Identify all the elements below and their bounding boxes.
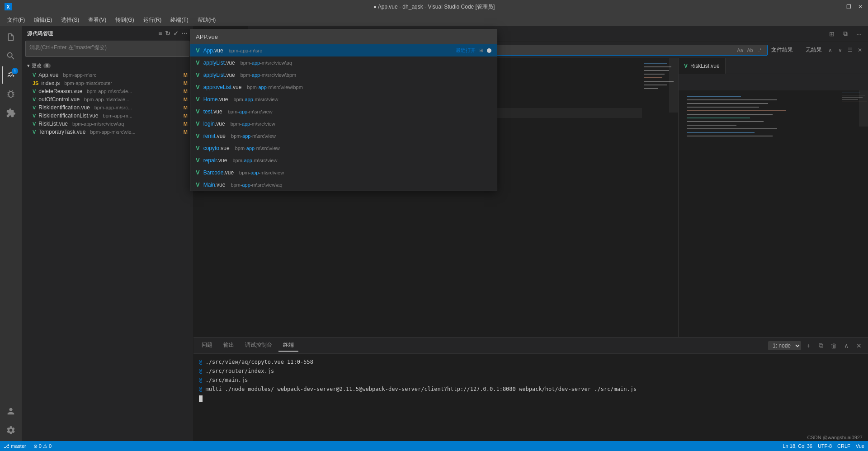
close-find-button[interactable]: ✕	[855, 46, 864, 55]
changes-label: 更改	[32, 62, 42, 69]
file-item-riskidlist[interactable]: V RiskIdentificationList.vue bpm-app-m..…	[22, 112, 193, 120]
activity-files[interactable]	[2, 28, 20, 46]
split-terminal-button[interactable]: ⧉	[816, 340, 826, 351]
split-icon[interactable]: ⊞	[479, 47, 483, 53]
file-item-appvue[interactable]: V App.vue bpm-app-m\src M	[22, 71, 193, 79]
quick-open-item-remit[interactable]: V remit.vue bpm-app-m\src\view	[193, 130, 497, 142]
close-button[interactable]: ✕	[857, 4, 863, 10]
qo-filename: copyto.vue	[203, 145, 230, 151]
menu-goto[interactable]: 转到(G)	[112, 15, 137, 25]
vue-icon: V	[196, 157, 200, 164]
menu-file[interactable]: 文件(F)	[4, 15, 28, 25]
terminal-select[interactable]: 1: node	[768, 341, 801, 350]
sidebar-action-more[interactable]: ···	[182, 30, 188, 37]
vue-icon: V	[196, 108, 200, 115]
vue-icon: V	[196, 71, 200, 78]
match-word-button[interactable]: Ab	[745, 46, 755, 55]
quick-open-item-copyto[interactable]: V copyto.vue bpm-app-m\src\view	[193, 142, 497, 154]
second-code-area[interactable]	[679, 90, 841, 337]
minimize-button[interactable]: ─	[834, 4, 840, 10]
qo-path: bpm-app-m\src\view	[239, 170, 491, 175]
quick-open-item-applylist-aq[interactable]: V applyList.vue bpm-app-m\src\view\aq	[193, 56, 497, 69]
regex-button[interactable]: .*	[755, 46, 764, 55]
file-path: bpm-app-m\src\vie...	[87, 89, 132, 94]
activity-source-control[interactable]: 1	[2, 66, 20, 84]
next-result-button[interactable]: ∨	[835, 46, 844, 55]
changes-section-header[interactable]: ▾ 更改 8	[22, 61, 193, 71]
quick-open-item-approvelist[interactable]: V approveList.vue bpm-app-m\src\view\bpm	[193, 81, 497, 93]
menu-terminal[interactable]: 终端(T)	[167, 15, 192, 25]
more-actions-button[interactable]: ···	[854, 28, 864, 39]
menu-help[interactable]: 帮助(H)	[194, 15, 220, 25]
svg-rect-9	[669, 58, 678, 113]
svg-rect-29	[859, 90, 868, 127]
activity-debug[interactable]	[2, 85, 20, 103]
maximize-button[interactable]: ❐	[845, 4, 852, 10]
qo-path: bpm-app-m\src\view	[231, 133, 491, 139]
git-branch[interactable]: ⎇ master	[4, 443, 26, 449]
quick-open-input[interactable]	[193, 30, 497, 44]
quick-open-item-test[interactable]: V test.vue bpm-app-m\src\view	[193, 105, 497, 117]
errors-count[interactable]: ⊗ 0 ⚠ 0	[33, 443, 52, 449]
toggle-panel-button[interactable]: ⊞	[826, 28, 837, 39]
menu-edit[interactable]: 编辑(E)	[30, 15, 56, 25]
vue-icon: V	[196, 132, 200, 139]
quick-open-item-appvue[interactable]: V App.vue bpm-app-m\src 最近打开 ⊞	[193, 44, 497, 56]
menu-select[interactable]: 选择(S)	[57, 15, 83, 25]
maximize-panel-button[interactable]: ∧	[841, 340, 852, 351]
qo-path: bpm-app-m\src\view	[228, 109, 491, 114]
terminal-line-1: @ ./src/view/aq/copyto.vue 11:0-558	[199, 357, 863, 366]
tab-risklist[interactable]: V RiskList.vue	[679, 58, 726, 74]
panel-tab-debug[interactable]: 调试控制台	[241, 339, 277, 352]
terminal-line-4: @ multi ./node_modules/_webpack-dev-serv…	[199, 385, 863, 394]
prev-result-button[interactable]: ∧	[826, 46, 835, 55]
quick-open-item-home[interactable]: V Home.vue bpm-app-m\src\view	[193, 93, 497, 105]
file-item-indexjs[interactable]: JS index.js bpm-app-m\src\router M	[22, 79, 193, 87]
file-item-deletereason[interactable]: V deleteReason.vue bpm-app-m\src\vie... …	[22, 87, 193, 95]
menu-view[interactable]: 查看(V)	[85, 15, 110, 25]
activity-settings[interactable]	[2, 421, 20, 439]
split-editor-button[interactable]: ⧉	[840, 28, 851, 39]
qo-path: bpm-app-m\src\view\bpm	[241, 72, 491, 78]
sidebar-action-refresh[interactable]: ↻	[165, 30, 171, 37]
activity-search[interactable]	[2, 47, 20, 65]
quick-open-item-barcode[interactable]: V Barcode.vue bpm-app-m\src\view	[193, 166, 497, 179]
close-panel-button[interactable]: ✕	[854, 340, 864, 351]
activity-account[interactable]	[2, 402, 20, 420]
file-name: App.vue	[38, 72, 58, 78]
file-list: V App.vue bpm-app-m\src M JS index.js bp…	[22, 71, 193, 441]
qo-path: bpm-app-m\src\view	[235, 146, 491, 151]
commit-message-input[interactable]: 消息(Ctrl+Enter 在"master"提交)	[25, 41, 189, 57]
panel-tab-output[interactable]: 输出	[219, 339, 239, 352]
match-case-button[interactable]: Aa	[736, 46, 745, 55]
file-name: index.js	[41, 80, 60, 86]
status-bar: ⎇ master ⊗ 0 ⚠ 0 Ln 18, Col 36 UTF-8 CRL…	[0, 441, 868, 451]
file-item-riskid[interactable]: V RiskIdentification.vue bpm-app-m\src..…	[22, 103, 193, 112]
sidebar-action-checklist[interactable]: ≡	[158, 30, 162, 37]
panel-tab-problems[interactable]: 问题	[197, 339, 217, 352]
line-col-info[interactable]: Ln 18, Col 36	[783, 443, 812, 449]
quick-open-item-applylist-bpm[interactable]: V applyList.vue bpm-app-m\src\view\bpm	[193, 69, 497, 81]
sidebar-action-commit[interactable]: ✓	[173, 30, 179, 37]
tab-vue-icon: V	[684, 63, 688, 69]
quick-open-item-login[interactable]: V login.vue bpm-app-m\src\view	[193, 117, 497, 130]
second-editor-body	[679, 90, 868, 337]
add-terminal-button[interactable]: +	[803, 340, 814, 351]
file-item-risklist[interactable]: V RiskList.vue bpm-app-m\src\view\aq M	[22, 120, 193, 128]
terminal-content[interactable]: @ ./src/view/aq/copyto.vue 11:0-558 @ ./…	[193, 354, 868, 434]
select-all-button[interactable]: ☰	[845, 46, 854, 55]
file-item-temporarytask[interactable]: V TemporaryTask.vue bpm-app-m\src\vie...…	[22, 128, 193, 136]
quick-open-item-main[interactable]: V Main.vue bpm-app-m\src\view\aq	[193, 179, 497, 191]
quick-open-item-repair[interactable]: V repair.vue bpm-app-m\src\view	[193, 154, 497, 166]
eol-info[interactable]: CRLF	[837, 443, 850, 449]
file-status: M	[184, 113, 188, 118]
file-name: TemporaryTask.vue	[38, 129, 85, 135]
kill-terminal-button[interactable]: 🗑	[828, 340, 839, 351]
menu-run[interactable]: 运行(R)	[140, 15, 165, 25]
language-info[interactable]: Vue	[856, 443, 864, 449]
file-item-outofcontrol[interactable]: V outOfControl.vue bpm-app-m\src\vie... …	[22, 95, 193, 103]
activity-extensions[interactable]	[2, 104, 20, 122]
second-minimap-small	[841, 90, 868, 271]
encoding-info[interactable]: UTF-8	[818, 443, 832, 449]
panel-tab-terminal[interactable]: 终端	[278, 339, 298, 352]
